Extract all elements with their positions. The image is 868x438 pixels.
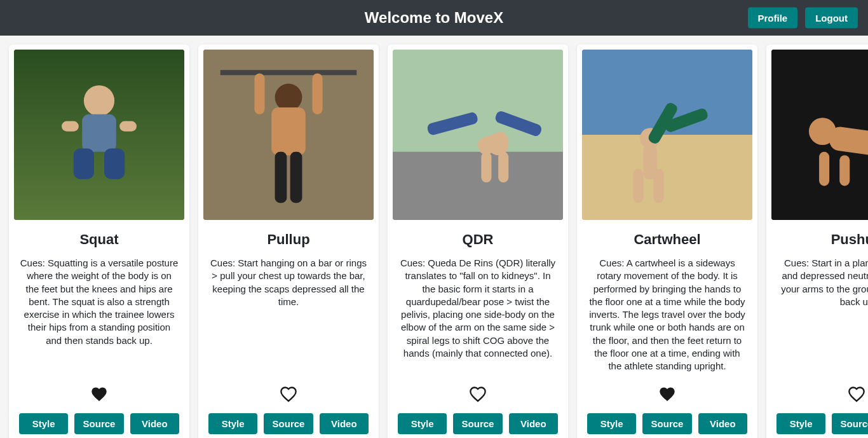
svg-rect-12 xyxy=(313,74,323,114)
exercise-card: Pullup Cues: Start hanging on a bar or r… xyxy=(198,44,379,438)
exercise-image xyxy=(393,50,563,220)
svg-rect-2 xyxy=(82,114,116,152)
cards-row: Squat Cues: Squatting is a versatile pos… xyxy=(0,36,868,438)
svg-rect-16 xyxy=(393,152,563,220)
style-button[interactable]: Style xyxy=(19,413,68,434)
logout-button[interactable]: Logout xyxy=(805,8,858,29)
exercise-cues: Cues: Start in a plank > protracted and … xyxy=(776,257,868,308)
svg-rect-35 xyxy=(839,155,850,186)
source-button[interactable]: Source xyxy=(264,413,313,434)
favorite-heart-icon[interactable] xyxy=(90,385,108,406)
video-button[interactable]: Video xyxy=(509,413,558,434)
favorite-heart-icon[interactable] xyxy=(469,385,487,406)
svg-rect-5 xyxy=(62,121,79,132)
exercise-card: Pushup Cues: Start in a plank > protract… xyxy=(766,44,868,438)
page-title: Welcome to MoveX xyxy=(365,9,503,27)
card-buttons: Style Source Video xyxy=(208,413,369,434)
source-button[interactable]: Source xyxy=(642,413,691,434)
source-button[interactable]: Source xyxy=(74,413,123,434)
card-footer: Style Source Video xyxy=(398,373,558,434)
svg-rect-21 xyxy=(481,152,491,182)
svg-rect-27 xyxy=(633,169,643,203)
style-button[interactable]: Style xyxy=(587,413,636,434)
card-body: Pushup Cues: Start in a plank > protract… xyxy=(766,220,868,438)
exercise-title: Squat xyxy=(19,231,179,248)
exercise-card: Squat Cues: Squatting is a versatile pos… xyxy=(9,44,189,438)
card-buttons: Style Source Video xyxy=(398,413,558,434)
exercise-cues: Cues: A cartwheel is a sideways rotary m… xyxy=(587,257,747,373)
style-button[interactable]: Style xyxy=(776,413,825,434)
exercise-cues: Cues: Queda De Rins (QDR) literally tran… xyxy=(398,257,558,360)
exercise-cues: Cues: Start hanging on a bar or rings > … xyxy=(208,257,369,308)
svg-rect-15 xyxy=(393,50,563,152)
svg-rect-13 xyxy=(275,152,287,203)
svg-point-9 xyxy=(275,84,302,111)
source-button[interactable]: Source xyxy=(832,413,868,434)
style-button[interactable]: Style xyxy=(208,413,257,434)
svg-rect-6 xyxy=(119,121,137,132)
card-buttons: Style Source Video xyxy=(587,413,747,434)
profile-button[interactable]: Profile xyxy=(748,8,798,29)
video-button[interactable]: Video xyxy=(320,413,369,434)
card-body: Squat Cues: Squatting is a versatile pos… xyxy=(9,220,189,438)
svg-rect-8 xyxy=(220,70,356,75)
svg-rect-34 xyxy=(819,152,829,186)
app-header: Welcome to MoveX Profile Logout xyxy=(0,0,868,36)
card-footer: Style Source Video xyxy=(776,373,868,434)
card-body: Pullup Cues: Start hanging on a bar or r… xyxy=(198,220,379,438)
card-buttons: Style Source Video xyxy=(19,413,179,434)
svg-rect-22 xyxy=(498,152,508,182)
exercise-image xyxy=(203,50,374,220)
card-body: QDR Cues: Queda De Rins (QDR) literally … xyxy=(388,220,568,438)
svg-rect-4 xyxy=(104,148,125,179)
svg-rect-10 xyxy=(271,107,306,155)
exercise-cues: Cues: Squatting is a versatile posture w… xyxy=(19,257,179,347)
favorite-heart-icon[interactable] xyxy=(658,385,676,406)
svg-point-1 xyxy=(84,85,114,116)
card-footer: Style Source Video xyxy=(587,373,747,434)
favorite-heart-icon[interactable] xyxy=(280,385,297,406)
style-button[interactable]: Style xyxy=(398,413,447,434)
exercise-card: QDR Cues: Queda De Rins (QDR) literally … xyxy=(388,44,568,438)
header-buttons: Profile Logout xyxy=(748,8,858,29)
card-buttons: Style Source Video xyxy=(776,413,868,434)
svg-rect-24 xyxy=(582,135,752,220)
card-footer: Style Source Video xyxy=(208,373,369,434)
svg-rect-11 xyxy=(254,74,264,114)
exercise-title: Pushup xyxy=(776,231,868,248)
card-footer: Style Source Video xyxy=(19,373,179,434)
favorite-heart-icon[interactable] xyxy=(848,385,865,406)
card-body: Cartwheel Cues: A cartwheel is a sideway… xyxy=(577,220,757,438)
exercise-title: Cartwheel xyxy=(587,231,747,248)
svg-rect-28 xyxy=(654,169,664,203)
source-button[interactable]: Source xyxy=(453,413,502,434)
video-button[interactable]: Video xyxy=(130,413,179,434)
video-button[interactable]: Video xyxy=(698,413,747,434)
svg-rect-14 xyxy=(290,152,302,203)
exercise-image xyxy=(771,50,868,220)
svg-rect-3 xyxy=(74,148,94,179)
exercise-image xyxy=(14,50,184,220)
exercise-title: Pullup xyxy=(208,231,369,248)
exercise-image xyxy=(582,50,752,220)
exercise-title: QDR xyxy=(398,231,558,248)
exercise-card: Cartwheel Cues: A cartwheel is a sideway… xyxy=(577,44,757,438)
